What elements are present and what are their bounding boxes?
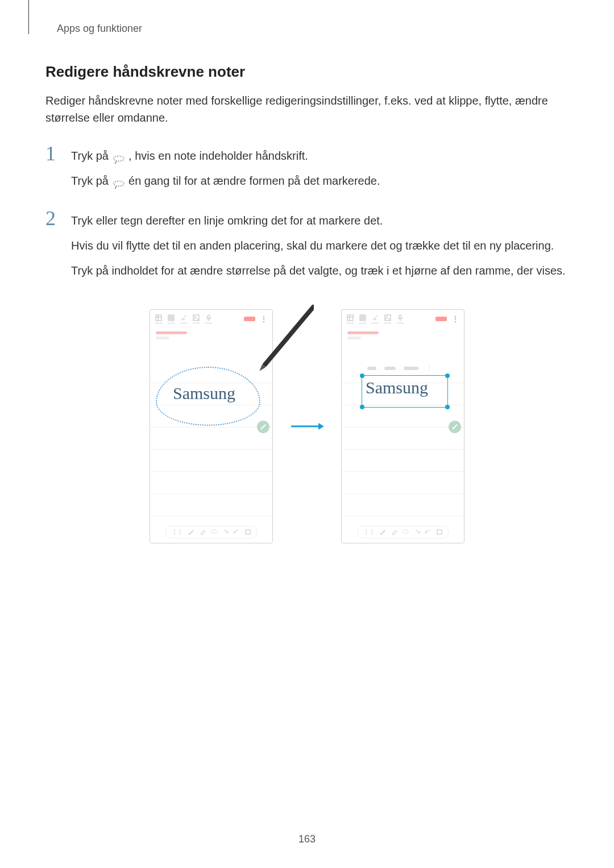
svg-rect-0 <box>156 315 161 321</box>
mic-icon <box>396 314 404 324</box>
svg-point-6 <box>211 530 217 533</box>
arrow-right-icon <box>290 421 324 432</box>
save-button <box>435 317 447 321</box>
bottom-toolbar: ⋮⋮ <box>357 526 449 538</box>
step-line: Tryk på , hvis en note indeholder håndsk… <box>71 147 569 165</box>
mic-icon <box>205 314 213 324</box>
pen-icon <box>167 314 175 324</box>
edit-fab <box>449 421 461 433</box>
step-line: Tryk på indholdet for at ændre størrelse… <box>71 261 569 280</box>
pen-tool-icon <box>379 529 386 535</box>
save-button <box>244 317 255 321</box>
pen-tool-icon <box>188 529 194 535</box>
svg-rect-20 <box>437 530 442 534</box>
drag-handle-icon: ⋮⋮ <box>172 529 183 535</box>
category-bar <box>347 331 379 334</box>
screen-wrapper-left: ⋮ Samsung ⋮⋮ <box>150 309 273 543</box>
brush-icon <box>180 314 188 324</box>
context-menu-item <box>367 367 376 370</box>
lasso-tool-icon <box>402 529 409 535</box>
context-menu-item <box>384 367 396 370</box>
fullscreen-icon <box>436 529 443 535</box>
text-fragment: Tryk på <box>71 149 112 162</box>
pen-icon <box>359 314 367 324</box>
context-menu: ⋮ <box>367 365 432 371</box>
image-icon <box>384 314 392 324</box>
edit-fab <box>257 421 269 433</box>
svg-rect-18 <box>399 315 401 318</box>
context-menu-item <box>404 367 418 370</box>
eraser-icon <box>199 529 206 535</box>
handwriting-sample: Samsung <box>173 384 235 403</box>
brush-icon <box>371 314 379 324</box>
title-placeholder <box>156 337 169 339</box>
svg-rect-13 <box>347 315 353 321</box>
topbar: ⋮ <box>342 310 464 328</box>
lasso-tool-icon <box>210 529 217 535</box>
text-fragment: Tryk på <box>71 175 112 187</box>
title-placeholder <box>347 337 361 339</box>
handwriting-sample: Samsung <box>366 378 428 397</box>
document-page: Apps og funktioner Redigere håndskrevne … <box>0 0 614 868</box>
svg-point-19 <box>403 530 408 533</box>
undo-icon <box>413 529 420 535</box>
text-fragment: , hvis en note indeholder håndskrift. <box>128 149 308 162</box>
page-number: 163 <box>0 833 614 845</box>
svg-rect-7 <box>246 530 250 534</box>
context-more-icon: ⋮ <box>426 365 432 371</box>
step-number: 2 <box>45 208 68 229</box>
intro-paragraph: Rediger håndskrevne noter med forskellig… <box>45 92 569 126</box>
fullscreen-icon <box>244 529 251 535</box>
undo-icon <box>222 529 229 535</box>
svg-point-17 <box>386 316 387 317</box>
lasso-select-icon <box>112 176 126 188</box>
more-icon: ⋮ <box>451 315 459 323</box>
more-icon: ⋮ <box>260 315 268 323</box>
keypad-icon <box>155 314 163 324</box>
keypad-icon <box>346 314 354 324</box>
step-number: 1 <box>45 143 68 164</box>
svg-point-4 <box>194 316 196 317</box>
eraser-icon <box>391 529 397 535</box>
page-heading: Redigere håndskrevne noter <box>45 63 569 81</box>
breadcrumb: Apps og funktioner <box>57 23 569 35</box>
note-screen-after: ⋮ ⋮ Samsung ⋮⋮ <box>341 309 464 543</box>
topbar: ⋮ <box>150 310 272 328</box>
step-body: Tryk eller tegn derefter en linje omkrin… <box>71 208 569 286</box>
step-line: Hvis du vil flytte det til en anden plac… <box>71 236 569 255</box>
drag-handle-icon: ⋮⋮ <box>363 529 375 535</box>
category-bar <box>156 331 187 334</box>
step-2: 2 Tryk eller tegn derefter en linje omkr… <box>45 208 569 286</box>
illustration-row: ⋮ Samsung ⋮⋮ <box>45 309 569 543</box>
svg-rect-5 <box>208 315 210 318</box>
svg-marker-12 <box>318 423 324 430</box>
step-1: 1 Tryk på , hvis en note indeholder hånd… <box>45 143 569 197</box>
step-line: Tryk eller tegn derefter en linje omkrin… <box>71 211 569 230</box>
image-icon <box>192 314 200 324</box>
header-rule <box>28 0 29 34</box>
step-line: Tryk på én gang til for at ændre formen … <box>71 172 569 190</box>
step-body: Tryk på , hvis en note indeholder håndsk… <box>71 143 569 197</box>
note-screen-before: ⋮ Samsung ⋮⋮ <box>150 309 273 543</box>
redo-icon <box>425 529 432 535</box>
redo-icon <box>233 529 240 535</box>
text-fragment: én gang til for at ændre formen på det m… <box>128 175 380 187</box>
lasso-select-icon <box>112 151 126 163</box>
bottom-toolbar: ⋮⋮ <box>165 526 258 538</box>
